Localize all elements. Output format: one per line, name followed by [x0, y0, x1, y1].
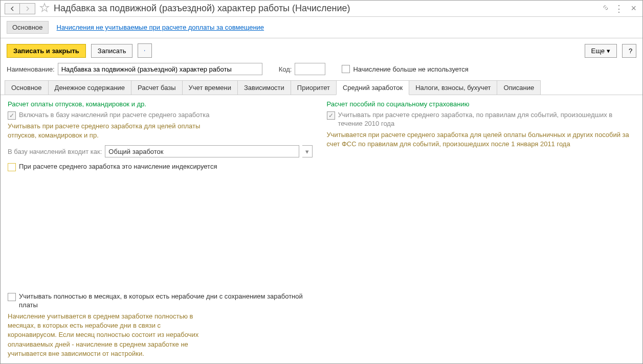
top-tab-link[interactable]: Начисления не учитываемые при расчете до…: [57, 24, 264, 31]
social-label: Учитывать при расчете среднего заработка…: [338, 111, 636, 128]
social-checkbox: [327, 111, 335, 120]
name-label: Наименование:: [7, 65, 55, 73]
full-months-checkbox[interactable]: [8, 293, 16, 301]
full-months-hint: Начисление учитывается в среднем заработ…: [8, 312, 202, 358]
svg-rect-0: [145, 50, 145, 51]
base-as-dropdown-button[interactable]: ▾: [302, 145, 313, 157]
document-icon: [144, 47, 145, 55]
tab-8[interactable]: Описание: [497, 80, 541, 95]
save-button[interactable]: Записать: [91, 44, 133, 58]
full-months-label: Учитывать полностью в месяцах, в которых…: [19, 292, 315, 310]
tab-7[interactable]: Налоги, взносы, бухучет: [409, 80, 497, 95]
code-input[interactable]: [295, 63, 325, 75]
base-as-select[interactable]: Общий заработок: [105, 145, 299, 157]
tab-5[interactable]: Приоритет: [291, 80, 337, 95]
tab-3[interactable]: Учет времени: [182, 80, 238, 95]
help-button[interactable]: ?: [622, 44, 636, 58]
left-section-title: Расчет оплаты отпусков, командировок и д…: [8, 100, 317, 108]
not-used-checkbox[interactable]: [342, 65, 350, 73]
include-base-hint: Учитывать при расчете среднего заработка…: [8, 122, 212, 140]
tab-0[interactable]: Основное: [5, 80, 49, 95]
save-close-button[interactable]: Записать и закрыть: [7, 44, 86, 58]
include-base-checkbox: [8, 111, 16, 120]
close-button[interactable]: ×: [629, 3, 638, 14]
social-hint: Учитывается при расчете среднего заработ…: [327, 130, 636, 149]
code-label: Код:: [279, 65, 292, 73]
window-title: Надбавка за подвижной (разъездной) харак…: [54, 3, 602, 14]
tab-4[interactable]: Зависимости: [237, 80, 291, 95]
index-checkbox[interactable]: [8, 163, 16, 171]
more-button[interactable]: Еще ▾: [585, 44, 617, 58]
favorite-star-icon[interactable]: [39, 3, 50, 14]
include-base-label: Включать в базу начислений при расчете с…: [19, 111, 209, 120]
tab-6[interactable]: Средний заработок: [336, 80, 409, 95]
tab-2[interactable]: Расчет базы: [131, 80, 183, 95]
report-button[interactable]: [138, 43, 152, 58]
base-as-label: В базу начислений входит как:: [8, 148, 102, 155]
kebab-menu-icon[interactable]: ⋮: [614, 3, 624, 14]
nav-forward-button[interactable]: [20, 3, 35, 14]
top-tab-main[interactable]: Основное: [7, 21, 49, 34]
chevron-down-icon: ▾: [607, 47, 610, 55]
nav-back-button[interactable]: [5, 3, 20, 14]
link-icon[interactable]: [602, 4, 609, 13]
more-label: Еще: [591, 47, 605, 55]
right-section-title: Расчет пособий по социальному страховани…: [327, 100, 636, 108]
base-as-value: Общий заработок: [108, 148, 163, 155]
not-used-label: Начисление больше не используется: [353, 65, 468, 73]
tab-1[interactable]: Денежное содержание: [48, 80, 131, 95]
index-label: При расчете среднего заработка это начис…: [19, 163, 217, 171]
name-input[interactable]: [58, 63, 262, 75]
